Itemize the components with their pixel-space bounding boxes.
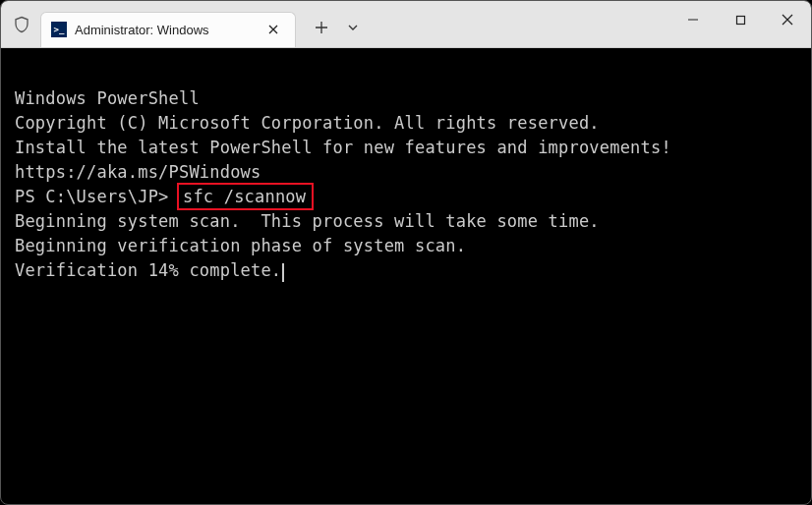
command-line: PS C:\Users\JP> sfc /scannow — [15, 185, 797, 209]
svg-rect-0 — [736, 16, 744, 24]
window-controls — [669, 1, 811, 38]
command-highlight: sfc /scannow — [177, 183, 314, 210]
tab-title: Administrator: Windows — [75, 23, 256, 37]
titlebar: >_ Administrator: Windows — [1, 1, 811, 48]
output-line: Copyright (C) Microsoft Corporation. All… — [15, 111, 797, 136]
close-button[interactable] — [764, 1, 811, 38]
terminal-content[interactable]: Windows PowerShellCopyright (C) Microsof… — [1, 48, 811, 321]
output-line: Beginning system scan. This process will… — [15, 209, 797, 234]
cursor — [282, 263, 284, 282]
active-tab[interactable]: >_ Administrator: Windows — [40, 12, 296, 47]
minimize-button[interactable] — [669, 1, 717, 38]
tab-close-button[interactable] — [263, 20, 283, 39]
tab-dropdown-button[interactable] — [339, 12, 367, 43]
prompt: PS C:\Users\JP> — [15, 187, 179, 206]
output-line: Beginning verification phase of system s… — [15, 234, 797, 258]
output-line: Verification 14% complete. — [15, 258, 797, 283]
maximize-button[interactable] — [717, 1, 764, 38]
output-line: Install the latest PowerShell for new fe… — [15, 136, 797, 160]
output-line: https://aka.ms/PSWindows — [15, 160, 797, 185]
shield-icon — [13, 16, 30, 33]
output-line: Windows PowerShell — [15, 86, 797, 111]
powershell-icon: >_ — [51, 22, 67, 37]
new-tab-button[interactable] — [306, 12, 337, 43]
